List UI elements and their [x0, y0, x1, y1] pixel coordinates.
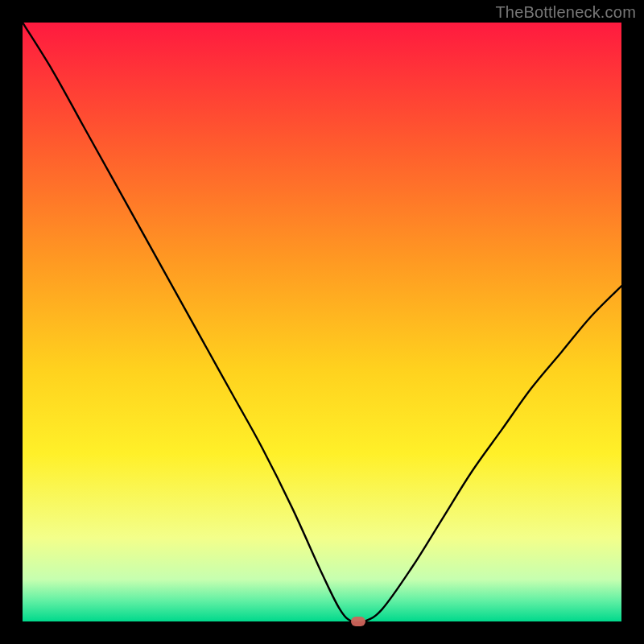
optimal-marker — [351, 617, 365, 626]
gradient-background — [23, 23, 621, 621]
watermark-text: TheBottleneck.com — [495, 3, 636, 22]
plot-area — [23, 23, 621, 621]
chart-frame: TheBottleneck.com — [0, 0, 644, 644]
chart-svg — [23, 23, 621, 621]
